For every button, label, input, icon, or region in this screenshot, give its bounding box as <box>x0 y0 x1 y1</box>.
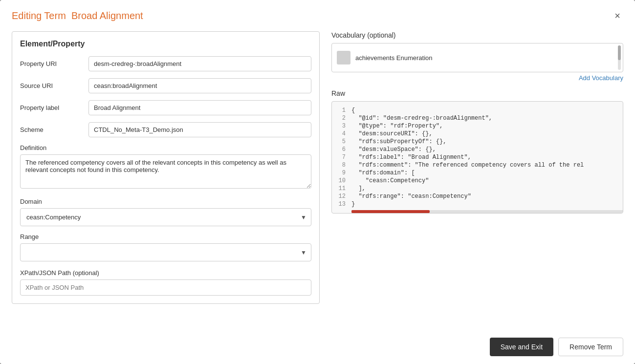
raw-line: 13} <box>332 200 623 208</box>
raw-line: 5 "rdfs:subPropertyOf": {}, <box>332 138 623 146</box>
raw-line: 11 ], <box>332 185 623 193</box>
vocab-scrollbar-thumb <box>618 45 621 60</box>
raw-line: 3 "@type": "rdf:Property", <box>332 122 623 130</box>
raw-line: 12 "rdfs:range": "ceasn:Competency" <box>332 193 623 200</box>
raw-line-content: "desm:sourceURI": {}, <box>351 130 623 137</box>
raw-line-content: "rdfs:range": "ceasn:Competency" <box>351 193 623 200</box>
save-and-exit-button[interactable]: Save and Exit <box>490 338 553 356</box>
raw-line-content: "rdfs:subPropertyOf": {}, <box>351 138 623 145</box>
raw-line-number: 11 <box>332 185 351 192</box>
raw-line-number: 5 <box>332 138 351 145</box>
raw-line-number: 7 <box>332 154 351 161</box>
vocab-item-name: achievements Enumeration <box>355 54 433 62</box>
raw-line-number: 9 <box>332 170 351 176</box>
source-uri-label: Source URI <box>20 82 88 89</box>
property-uri-input[interactable] <box>88 56 311 71</box>
raw-line-content: "rdfs:domain": [ <box>351 170 623 176</box>
vocab-scrollbar[interactable] <box>618 45 621 70</box>
raw-line: 10 "ceasn:Competency" <box>332 177 623 185</box>
range-label: Range <box>20 233 311 240</box>
raw-line: 8 "rdfs:comment": "The referenced compet… <box>332 161 623 169</box>
range-section: Range ▼ <box>20 233 311 261</box>
title-prefix: Editing Term <box>12 10 66 21</box>
raw-line-content: "desm:valueSpace": {}, <box>351 146 623 153</box>
vocab-label: Vocabulary (optional) <box>331 31 623 39</box>
raw-lines-container: 1{2 "@id": "desm-credreg-:broadAlignment… <box>332 107 623 208</box>
raw-line-number: 1 <box>332 107 351 114</box>
raw-section: Raw 1{2 "@id": "desm-credreg-:broadAlign… <box>331 89 623 214</box>
raw-line-number: 13 <box>332 201 351 208</box>
raw-line-number: 10 <box>332 177 351 184</box>
raw-line-number: 8 <box>332 162 351 169</box>
xpath-input[interactable] <box>20 279 311 296</box>
raw-line-number: 2 <box>332 115 351 122</box>
property-uri-row: Property URI <box>20 56 311 71</box>
modal-header: Editing Term Broad Alignment × <box>12 10 623 21</box>
raw-line-content: } <box>351 201 623 208</box>
domain-select-wrapper: ceasn:Competency ▼ <box>20 208 311 226</box>
modal-overlay: Editing Term Broad Alignment × Element/P… <box>0 0 635 364</box>
raw-line-number: 3 <box>332 123 351 129</box>
raw-line: 4 "desm:sourceURI": {}, <box>332 130 623 138</box>
definition-section: Definition The referenced competency cov… <box>20 144 311 190</box>
raw-box: 1{2 "@id": "desm-credreg-:broadAlignment… <box>331 101 623 214</box>
raw-line: 7 "rdfs:label": "Broad Alignment", <box>332 153 623 161</box>
raw-line-content: "rdfs:comment": "The referenced competen… <box>351 162 623 169</box>
vocab-item-icon <box>337 51 350 64</box>
raw-line-number: 4 <box>332 130 351 137</box>
property-uri-label: Property URI <box>20 60 88 67</box>
property-label-row: Property label <box>20 100 311 115</box>
domain-select[interactable]: ceasn:Competency <box>20 208 311 226</box>
remove-term-button[interactable]: Remove Term <box>558 338 623 356</box>
raw-line: 1{ <box>332 107 623 114</box>
modal-body: Element/Property Property URI Source URI… <box>12 31 623 304</box>
raw-line-content: { <box>351 107 623 114</box>
close-button[interactable]: × <box>612 10 623 21</box>
raw-line: 2 "@id": "desm-credreg-:broadAlignment", <box>332 114 623 122</box>
raw-line-content: "rdfs:label": "Broad Alignment", <box>351 154 623 161</box>
vocab-box: achievements Enumeration <box>331 43 623 72</box>
definition-textarea[interactable]: The referenced competency covers all of … <box>20 154 311 189</box>
scheme-row: Scheme <box>20 122 311 137</box>
raw-line: 6 "desm:valueSpace": {}, <box>332 146 623 153</box>
property-label-input[interactable] <box>88 100 311 115</box>
raw-line-content: "@type": "rdf:Property", <box>351 123 623 129</box>
section-title: Element/Property <box>20 40 311 48</box>
property-label-label: Property label <box>20 104 88 111</box>
raw-scrollbar-horizontal[interactable] <box>351 210 623 213</box>
raw-line-content: "@id": "desm-credreg-:broadAlignment", <box>351 115 623 122</box>
right-panel: Vocabulary (optional) achievements Enume… <box>331 31 623 304</box>
title-term: Broad Alignment <box>71 10 143 21</box>
source-uri-row: Source URI <box>20 78 311 93</box>
range-select[interactable] <box>20 243 311 261</box>
domain-section: Domain ceasn:Competency ▼ <box>20 198 311 226</box>
range-select-wrapper: ▼ <box>20 243 311 261</box>
source-uri-input[interactable] <box>88 78 311 93</box>
domain-label: Domain <box>20 198 311 205</box>
scheme-label: Scheme <box>20 126 88 133</box>
raw-line-number: 6 <box>332 146 351 153</box>
vocab-section: Vocabulary (optional) achievements Enume… <box>331 31 623 82</box>
raw-scrollbar-thumb <box>351 210 430 213</box>
raw-line-number: 12 <box>332 193 351 200</box>
raw-line-content: "ceasn:Competency" <box>351 177 623 184</box>
raw-line: 9 "rdfs:domain": [ <box>332 169 623 177</box>
add-vocab-link[interactable]: Add Vocabulary <box>331 74 623 82</box>
xpath-label: XPath/JSON Path (optional) <box>20 269 311 277</box>
raw-line-content: ], <box>351 185 623 192</box>
modal-footer: Save and Exit Remove Term <box>490 338 623 356</box>
xpath-section: XPath/JSON Path (optional) <box>20 269 311 296</box>
definition-label: Definition <box>20 144 311 151</box>
modal: Editing Term Broad Alignment × Element/P… <box>0 0 635 364</box>
scheme-input[interactable] <box>88 122 311 137</box>
raw-label: Raw <box>331 89 623 97</box>
modal-title: Editing Term Broad Alignment <box>12 10 143 21</box>
left-panel: Element/Property Property URI Source URI… <box>12 31 320 304</box>
